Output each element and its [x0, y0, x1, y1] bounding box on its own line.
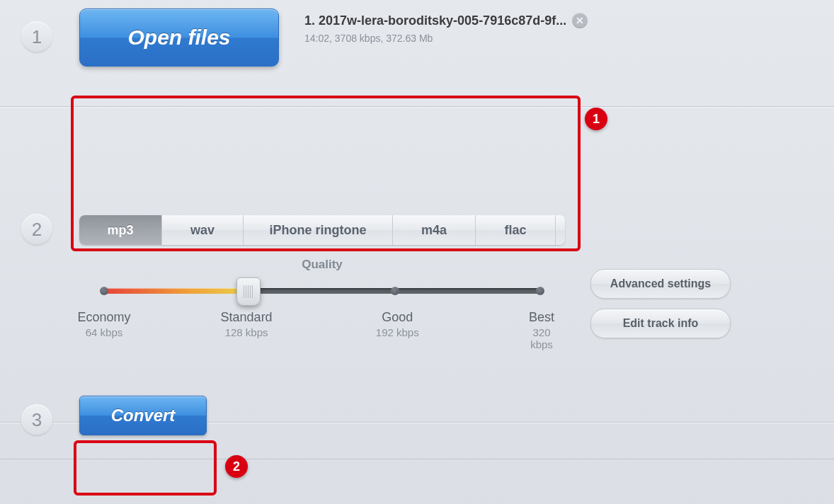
app-panel: 1 Open files 1. 2017w-lera-boroditsky-00…	[0, 0, 834, 459]
format-tab-mp3[interactable]: mp3	[79, 215, 162, 245]
quality-label-best: Best 320 kbps	[529, 310, 554, 350]
advanced-settings-button[interactable]: Advanced settings	[590, 269, 731, 299]
format-tab-m4a[interactable]: m4a	[393, 215, 476, 245]
section-convert: 3 Convert	[0, 382, 834, 459]
quality-rate: 192 kbps	[376, 326, 419, 338]
file-meta: 14:02, 3708 kbps, 372.63 Mb	[304, 33, 813, 44]
quality-name: Best	[529, 310, 554, 325]
format-tab-flac[interactable]: flac	[476, 215, 556, 245]
quality-name: Good	[376, 310, 419, 325]
slider-stop-best[interactable]	[536, 287, 544, 295]
grip-icon	[244, 285, 253, 298]
section-open-files: 1 Open files 1. 2017w-lera-boroditsky-00…	[0, 0, 834, 107]
quality-label-standard: Standard 128 kbps	[221, 310, 273, 338]
slider-thumb[interactable]	[236, 277, 261, 306]
step-number-1: 1	[21, 21, 52, 52]
quality-slider[interactable]	[103, 282, 542, 299]
side-buttons: Advanced settings Edit track info	[590, 269, 729, 348]
format-tabs: mp3 wav iPhone ringtone m4a flac ogg mor…	[79, 215, 565, 245]
slider-stop-good[interactable]	[391, 287, 399, 295]
format-tab-ogg[interactable]: ogg	[556, 215, 565, 245]
quality-area: Quality Economy 64 kbps Standard 128 k	[79, 258, 565, 341]
step-number-3: 3	[21, 404, 52, 435]
file-index: 1.	[304, 13, 315, 28]
quality-name: Standard	[221, 310, 273, 325]
quality-labels: Economy 64 kbps Standard 128 kbps Good 1…	[96, 310, 549, 341]
file-title-line: 1. 2017w-lera-boroditsky-005-7916c87d-9f…	[304, 13, 813, 28]
file-entry: 1. 2017w-lera-boroditsky-005-7916c87d-9f…	[304, 13, 813, 44]
quality-rate: 64 kbps	[77, 326, 130, 338]
file-name: 2017w-lera-boroditsky-005-7916c87d-9f...	[319, 13, 566, 28]
quality-name: Economy	[77, 310, 130, 325]
open-files-button[interactable]: Open files	[79, 8, 279, 67]
quality-label-good: Good 192 kbps	[376, 310, 419, 338]
close-icon: ✕	[576, 15, 584, 26]
edit-track-info-button[interactable]: Edit track info	[590, 309, 731, 338]
slider-fill	[103, 288, 249, 294]
format-tab-iphone[interactable]: iPhone ringtone	[244, 215, 393, 245]
slider-stop-economy[interactable]	[100, 287, 108, 295]
format-tab-wav[interactable]: wav	[162, 215, 244, 245]
annotation-callout-2: 2	[225, 455, 248, 478]
remove-file-button[interactable]: ✕	[572, 13, 588, 28]
step-number-2: 2	[21, 214, 52, 245]
quality-rate: 320 kbps	[529, 326, 554, 350]
quality-label-economy: Economy 64 kbps	[77, 310, 130, 338]
annotation-callout-1: 1	[585, 108, 607, 130]
quality-rate: 128 kbps	[221, 326, 273, 338]
quality-title: Quality	[79, 258, 565, 272]
convert-button[interactable]: Convert	[79, 396, 207, 435]
